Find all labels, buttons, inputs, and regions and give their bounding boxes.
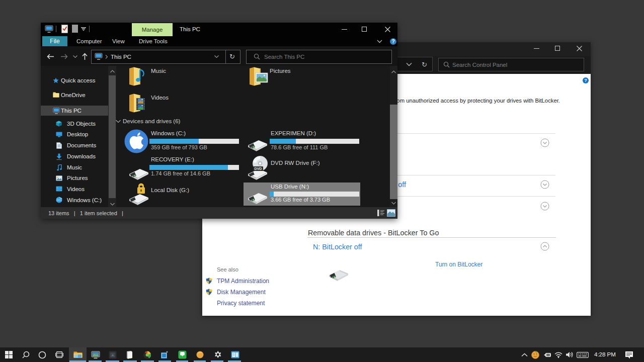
svg-text:DVD: DVD	[255, 167, 262, 170]
